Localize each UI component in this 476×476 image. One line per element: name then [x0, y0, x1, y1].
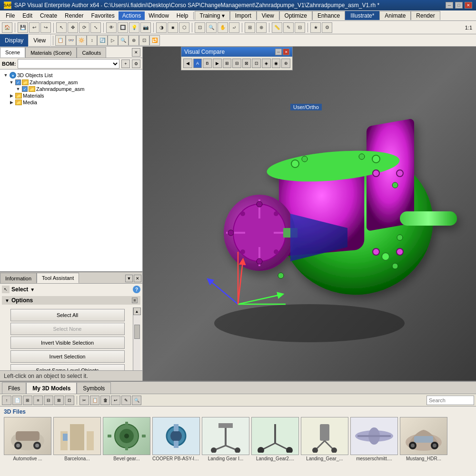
options-header[interactable]: ▼ Options ≡ [2, 296, 140, 305]
file-cooper[interactable]: COOPER PB-ASY-IN - [152, 417, 200, 461]
tab-information[interactable]: Information [0, 273, 37, 283]
toolbar-rotate[interactable]: ⟳ [79, 22, 89, 33]
tool-dropdown[interactable]: ▼ [30, 287, 35, 292]
panel-scrollbar[interactable]: ▲ ▼ [133, 307, 140, 370]
bt-btn5[interactable]: ⊟ [44, 396, 53, 405]
tab-view[interactable]: View [257, 11, 279, 20]
tab-training[interactable]: Training ▾ [195, 11, 230, 20]
tree-item-2[interactable]: ▼ ✓ 📁 Zahnradpumpe_asm [2, 86, 140, 92]
select-same-level-button[interactable]: Select Same Level Objects [10, 364, 125, 370]
menu-actions[interactable]: Actions [119, 11, 145, 20]
info-ctrl-dropdown[interactable]: ▼ [125, 275, 133, 282]
bt-btn3[interactable]: ⊞ [23, 396, 32, 405]
viewport[interactable]: User/Ortho Visual Compare ─ ✕ ◀ A B ▶ ⊞ … [143, 47, 476, 381]
display-btn2[interactable]: 👓 [66, 35, 76, 46]
toolbar-section[interactable]: ⊟ [295, 22, 305, 33]
sb-thumb[interactable] [134, 325, 140, 339]
tab-enhance[interactable]: Enhance [312, 11, 345, 20]
display-btn6[interactable]: ▷ [108, 35, 118, 46]
bt-btn12[interactable]: ✎ [121, 396, 131, 405]
view-tab[interactable]: View [29, 34, 51, 47]
file-barcelona[interactable]: Barcelona... [53, 417, 101, 461]
tree-root[interactable]: ▼ ● 3D Objects List [2, 71, 140, 79]
tab-optimize[interactable]: Optimize [279, 11, 312, 20]
tab-files[interactable]: Files [2, 382, 26, 394]
toolbar-orbit[interactable]: ⤾ [229, 22, 239, 33]
menu-file[interactable]: File [2, 11, 19, 20]
search-input[interactable] [426, 396, 474, 405]
options-expand[interactable]: ≡ [132, 298, 138, 303]
bt-btn7[interactable]: ⊡ [65, 396, 74, 405]
bt-btn13[interactable]: 🔍 [132, 396, 141, 405]
minimize-button[interactable]: ─ [446, 2, 453, 9]
menu-help[interactable]: Help [173, 11, 192, 20]
tree-panel[interactable]: ▼ ● 3D Objects List ▼ ✓ 📁 Zahnradpumpe_a… [0, 69, 142, 271]
close-button[interactable]: ✕ [465, 2, 472, 9]
display-btn1[interactable]: 📋 [55, 35, 66, 46]
bt-btn9[interactable]: 📋 [90, 396, 99, 405]
file-automotive[interactable]: Automotive ... [4, 417, 51, 461]
toolbar-move[interactable]: ✥ [68, 22, 78, 33]
toolbar-shade2[interactable]: ■ [168, 22, 178, 33]
info-ctrl-close[interactable]: ✕ [134, 275, 141, 282]
select-none-button[interactable]: Select None [10, 323, 125, 335]
tab-illustrate[interactable]: Illustrate* [345, 11, 379, 20]
tab-my3dmodels[interactable]: My 3D Models [26, 382, 77, 394]
invert-visible-button[interactable]: Invert Visible Selection [10, 337, 125, 349]
vc-btn4[interactable]: ⊡ [252, 59, 261, 68]
toolbar-snap[interactable]: ⊕ [256, 22, 267, 33]
toolbar-scale[interactable]: ⤡ [90, 22, 101, 33]
menu-render[interactable]: Render [61, 11, 87, 20]
bt-btn11[interactable]: ↩ [111, 396, 120, 405]
maximize-button[interactable]: □ [455, 2, 463, 9]
tab-scene[interactable]: Scene [0, 47, 25, 58]
vc-btn2[interactable]: ⊟ [232, 59, 241, 68]
tree-materials[interactable]: ▶ 📁 Materials [2, 92, 140, 99]
toolbar-select[interactable]: ↖ [56, 22, 67, 33]
vc-a[interactable]: A [193, 59, 202, 68]
toolbar-shade1[interactable]: ◑ [156, 22, 167, 33]
bom-select[interactable] [18, 59, 119, 69]
file-mustang[interactable]: Mustang_HDR... [400, 417, 447, 461]
toolbar-render-btn[interactable]: ★ [310, 22, 321, 33]
scene-icon-close[interactable]: ✕ [132, 48, 140, 57]
toolbar-new[interactable]: 🏠 [2, 22, 12, 33]
tool-help[interactable]: ? [133, 286, 140, 293]
bom-add-icon[interactable]: + [121, 60, 130, 68]
file-bevelgear[interactable]: Bevel gear... [103, 417, 150, 461]
sb-track[interactable] [133, 315, 140, 370]
vc-back[interactable]: ◀ [183, 59, 192, 68]
display-btn10[interactable]: 🔁 [149, 35, 160, 46]
bt-btn8[interactable]: ✂ [79, 396, 89, 405]
tab-tool-assistant[interactable]: Tool Assistant [37, 273, 79, 283]
vc-btn7[interactable]: ⊛ [281, 59, 290, 68]
toolbar-redo[interactable]: ↪ [40, 22, 51, 33]
tree-item1-checkbox[interactable]: ✓ [15, 79, 21, 85]
vc-btn6[interactable]: ◉ [272, 59, 281, 68]
select-all-button[interactable]: Select All [10, 309, 125, 321]
toolbar-settings[interactable]: ⚙ [322, 22, 332, 33]
bt-btn2[interactable]: 📄 [12, 396, 22, 405]
tab-import[interactable]: Import [230, 11, 257, 20]
display-btn4[interactable]: ↕ [87, 35, 97, 46]
tree-root-arrow[interactable]: ▼ [3, 72, 9, 78]
file-messerschmitt[interactable]: messerschmitt.... [350, 417, 398, 461]
display-btn5[interactable]: 🔄 [97, 35, 108, 46]
toolbar-zoom[interactable]: 🔍 [206, 22, 217, 33]
bt-btn1[interactable]: ↑ [2, 396, 11, 405]
tree-item1-arrow[interactable]: ▼ [9, 79, 14, 85]
tab-render-tab[interactable]: Render [411, 11, 440, 20]
sb-up[interactable]: ▲ [133, 307, 141, 315]
tab-animate[interactable]: Animate [379, 11, 411, 20]
vc-close[interactable]: ✕ [283, 49, 289, 55]
toolbar-light[interactable]: 💡 [129, 22, 139, 33]
menu-favorites[interactable]: Favorites [87, 11, 118, 20]
tree-item-1[interactable]: ▼ ✓ 📁 Zahnradpumpe_asm [2, 79, 140, 86]
toolbar-view2[interactable]: 🔲 [118, 22, 128, 33]
menu-create[interactable]: Create [36, 11, 61, 20]
menu-window[interactable]: Window [145, 11, 173, 20]
display-btn8[interactable]: ⊕ [129, 35, 139, 46]
tree-item2-checkbox[interactable]: ✓ [22, 86, 28, 92]
help-icon[interactable]: ? [133, 286, 140, 293]
toolbar-wire[interactable]: ⬡ [179, 22, 189, 33]
